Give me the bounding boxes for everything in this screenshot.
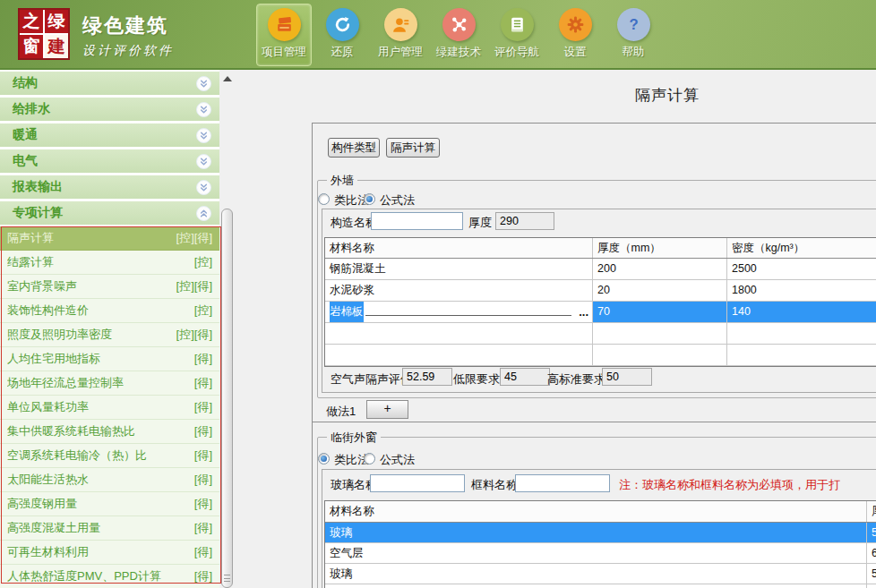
scrollbar-thumb[interactable] bbox=[221, 209, 233, 588]
min-requirement-value[interactable]: 45 bbox=[500, 368, 550, 386]
sidebar-item-12[interactable]: 高强度混凝土用量[得] bbox=[0, 516, 219, 541]
thickness-cell[interactable]: 5 bbox=[867, 523, 876, 542]
toolbar-item-book[interactable]: 评价导航 bbox=[489, 4, 545, 66]
sidebar-section-label: 专项计算 bbox=[13, 205, 196, 221]
material-name-cell[interactable]: 水泥砂浆 bbox=[325, 280, 593, 301]
thickness-cell[interactable]: 5 bbox=[867, 564, 876, 584]
expand-icon[interactable] bbox=[196, 154, 211, 169]
table-row[interactable]: 空气层 bbox=[325, 584, 876, 588]
analogy-method-radio[interactable] bbox=[318, 193, 330, 205]
airborne-rating-value[interactable]: 52.59 bbox=[402, 368, 452, 386]
toolbar-item-restore[interactable]: 还原 bbox=[314, 4, 370, 66]
table-row[interactable]: 玻璃5 bbox=[325, 523, 876, 543]
seal-char: 之 bbox=[20, 10, 43, 33]
sidebar-item-13[interactable]: 可再生材料利用[得] bbox=[0, 541, 219, 565]
material-name-cell[interactable]: 钢筋混凝土 bbox=[325, 259, 593, 279]
thickness-cell[interactable] bbox=[593, 345, 727, 365]
sidebar-item-1[interactable]: 结露计算[控] bbox=[0, 251, 219, 275]
component-type-button[interactable]: 构件类型 bbox=[328, 138, 380, 158]
toolbar-item-project[interactable]: 项目管理 bbox=[256, 4, 312, 66]
thickness-cell[interactable]: 20 bbox=[593, 280, 727, 301]
table-row[interactable]: 岩棉板...70140 bbox=[325, 302, 876, 323]
window-analogy-method-radio[interactable] bbox=[318, 453, 330, 464]
thickness-cell[interactable] bbox=[867, 584, 876, 588]
sidebar-item-11[interactable]: 高强度钢用量[得] bbox=[0, 492, 219, 516]
material-name-cell[interactable]: 空气层 bbox=[325, 543, 867, 563]
sidebar-section-3[interactable]: 电气 bbox=[0, 149, 219, 173]
toolbar-item-user[interactable]: 用户管理 bbox=[373, 4, 428, 66]
sidebar-item-2[interactable]: 室内背景噪声[控][得] bbox=[0, 275, 219, 299]
sidebar-item-badge: [得] bbox=[194, 472, 212, 488]
sidebar-item-5[interactable]: 人均住宅用地指标[得] bbox=[0, 347, 219, 371]
collapse-icon[interactable] bbox=[196, 206, 211, 221]
material-name-cell[interactable]: 玻璃 bbox=[325, 523, 867, 542]
expand-icon[interactable] bbox=[196, 76, 211, 91]
frame-name-input[interactable] bbox=[515, 474, 610, 492]
density-cell[interactable] bbox=[727, 345, 876, 365]
sidebar-section-0[interactable]: 结构 bbox=[0, 72, 219, 95]
thickness-input[interactable]: 290 bbox=[495, 212, 554, 230]
construction-name-input[interactable] bbox=[371, 212, 463, 230]
sidebar-section-1[interactable]: 给排水 bbox=[0, 98, 219, 121]
sidebar-item-3[interactable]: 装饰性构件造价[控] bbox=[0, 299, 219, 323]
app-header: 之绿窗建 绿色建筑 设计评价软件 项目管理还原用户管理绿建技术评价导航设置?帮助 bbox=[0, 0, 876, 70]
sidebar-item-badge: [得] bbox=[194, 568, 212, 584]
sidebar-section-4[interactable]: 报表输出 bbox=[0, 175, 219, 199]
sidebar-item-14[interactable]: 人体热舒适度PMV、PPD计算[得] bbox=[0, 565, 219, 588]
sidebar-item-6[interactable]: 场地年径流总量控制率[得] bbox=[0, 371, 219, 396]
material-name-cell[interactable] bbox=[325, 345, 593, 365]
sidebar-item-7[interactable]: 单位风量耗功率[得] bbox=[0, 396, 219, 420]
sidebar-item-badge: [得] bbox=[194, 496, 212, 512]
sidebar-item-badge: [得] bbox=[194, 447, 212, 464]
toolbar-item-gear[interactable]: 设置 bbox=[547, 4, 603, 66]
expand-icon[interactable] bbox=[196, 102, 211, 117]
browse-button[interactable]: ... bbox=[579, 302, 588, 322]
window-material-table: 材料名称厚度（mm）玻璃5空气层6玻璃5空气层 bbox=[324, 500, 876, 588]
material-name-cell[interactable]: 玻璃 bbox=[325, 564, 867, 584]
material-name-cell[interactable]: 空气层 bbox=[325, 584, 867, 588]
density-cell[interactable]: 1800 bbox=[727, 280, 876, 301]
sidebar-item-10[interactable]: 太阳能生活热水[得] bbox=[0, 468, 219, 492]
tab-method-1[interactable]: 做法1 bbox=[326, 404, 356, 420]
sidebar-item-4[interactable]: 照度及照明功率密度[控][得] bbox=[0, 323, 219, 347]
density-cell[interactable] bbox=[727, 323, 876, 344]
sidebar-item-badge: [控] bbox=[194, 254, 212, 270]
sidebar-section-label: 结构 bbox=[13, 75, 196, 91]
sidebar-section-2[interactable]: 暖通 bbox=[0, 124, 219, 147]
thickness-cell[interactable]: 70 bbox=[593, 302, 727, 322]
thickness-cell[interactable]: 6 bbox=[867, 543, 876, 563]
toolbar-item-help[interactable]: ?帮助 bbox=[605, 4, 661, 66]
window-formula-method-label: 公式法 bbox=[380, 452, 415, 468]
sidebar-item-0[interactable]: 隔声计算[控][得] bbox=[0, 226, 219, 251]
table-row[interactable]: 水泥砂浆201800 bbox=[325, 280, 876, 302]
table-row[interactable]: 空气层6 bbox=[325, 543, 876, 564]
project-icon bbox=[268, 8, 301, 41]
toolbar-item-molecule[interactable]: 绿建技术 bbox=[431, 4, 486, 66]
glass-name-input[interactable] bbox=[370, 474, 465, 492]
density-cell[interactable]: 2500 bbox=[727, 259, 876, 279]
material-name-cell[interactable]: 岩棉板... bbox=[325, 302, 593, 322]
table-row[interactable]: 钢筋混凝土2002500 bbox=[325, 259, 876, 280]
sidebar-item-8[interactable]: 集中供暖系统耗电输热比[得] bbox=[0, 420, 219, 444]
table-row[interactable] bbox=[325, 345, 876, 366]
scroll-up-icon[interactable] bbox=[223, 76, 232, 81]
high-standard-value[interactable]: 50 bbox=[602, 368, 652, 386]
sidebar-item-badge: [得] bbox=[194, 423, 212, 439]
sound-calc-button[interactable]: 隔声计算 bbox=[386, 138, 440, 158]
expand-icon[interactable] bbox=[196, 128, 211, 143]
table-row[interactable]: 玻璃5 bbox=[325, 564, 876, 584]
table-row[interactable] bbox=[325, 323, 876, 345]
sidebar-section-5[interactable]: 专项计算 bbox=[0, 201, 219, 225]
expand-icon[interactable] bbox=[196, 180, 211, 195]
sidebar-scrollbar[interactable] bbox=[219, 70, 235, 588]
sidebar-item-9[interactable]: 空调系统耗电输冷（热）比[得] bbox=[0, 444, 219, 468]
window-formula-method-radio[interactable] bbox=[364, 453, 375, 464]
add-tab-button[interactable]: + bbox=[366, 400, 408, 419]
thickness-cell[interactable]: 200 bbox=[593, 259, 727, 279]
logo-subtitle: 设计评价软件 bbox=[82, 43, 174, 59]
gear-icon bbox=[559, 8, 592, 41]
material-name-cell[interactable] bbox=[325, 323, 593, 344]
formula-method-radio[interactable] bbox=[364, 193, 375, 205]
thickness-cell[interactable] bbox=[593, 323, 727, 344]
density-cell[interactable]: 140 bbox=[727, 302, 876, 322]
